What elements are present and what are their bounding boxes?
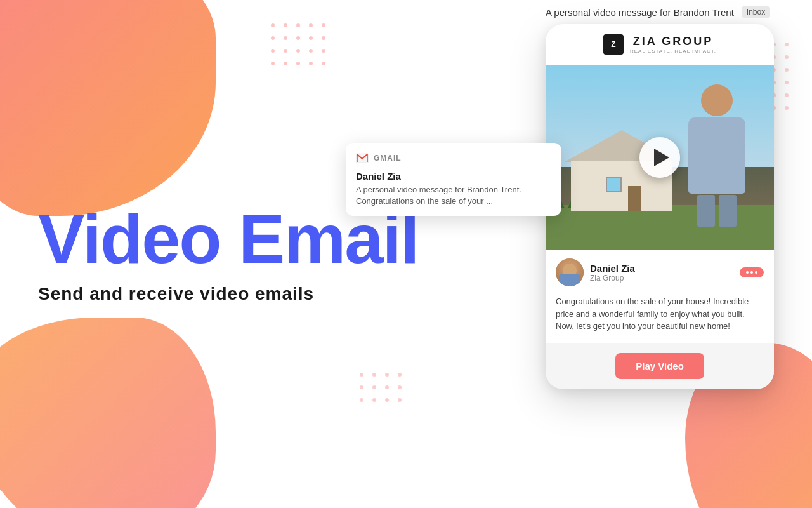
brand-header: Z ZIA GROUP REAL ESTATE. REAL IMPACT. [546,24,774,65]
svg-point-17 [296,62,300,65]
svg-point-49 [785,106,789,110]
svg-point-30 [385,398,389,402]
house-window [606,177,622,192]
person-leg-left [697,195,715,227]
svg-point-23 [398,373,402,377]
play-video-button[interactable]: Play Video [615,353,704,379]
svg-point-19 [322,62,325,65]
avatar-body [559,274,580,286]
svg-point-4 [322,23,325,27]
svg-point-0 [271,23,275,27]
dot-1 [746,271,749,274]
inbox-badge: Inbox [742,6,770,18]
svg-point-37 [785,55,789,59]
gmail-icon [356,152,369,164]
svg-point-3 [309,23,313,27]
svg-point-13 [309,49,313,53]
svg-point-26 [385,385,389,389]
person-head [701,84,733,116]
phone-mockup: Z ZIA GROUP REAL ESTATE. REAL IMPACT. [546,24,774,389]
brand-text: ZIA GROUP REAL ESTATE. REAL IMPACT. [630,35,716,54]
email-subject-row: A personal video message for Brandon Tre… [539,6,780,18]
gmail-header: GMAIL [356,152,551,164]
message-body: Congratulations on the sale of your hous… [546,293,774,343]
svg-point-43 [785,81,789,84]
profile-left: Daniel Zia Zia Group [556,258,635,286]
gmail-sender: Daniel Zia [356,171,551,182]
dots-pattern-top: // We'll use a static pattern [266,19,343,70]
blob-top-left [0,0,216,216]
svg-point-2 [296,23,300,27]
person-leg-right [719,195,737,227]
profile-name: Daniel Zia [590,263,635,274]
gmail-notification-card: GMAIL Daniel Zia A personal video messag… [346,143,561,216]
svg-point-21 [372,373,376,377]
avatar [556,258,584,286]
profile-info: Daniel Zia Zia Group [590,263,635,283]
svg-point-12 [296,49,300,53]
svg-point-27 [398,385,402,389]
svg-point-1 [284,23,287,27]
brand-name: ZIA GROUP [630,35,716,48]
svg-point-11 [284,49,287,53]
house-door [628,186,641,211]
svg-point-25 [372,385,376,389]
video-thumbnail[interactable] [546,65,774,250]
svg-point-5 [271,36,275,40]
svg-point-14 [322,49,325,53]
hero-section: Video Email Send and receive video email… [38,204,419,304]
dots-pattern-bottom [355,368,419,406]
svg-point-34 [785,43,789,46]
svg-point-9 [322,36,325,40]
right-panel: A personal video message for Brandon Tre… [539,6,780,389]
svg-point-31 [398,398,402,402]
dot-3 [755,271,757,274]
svg-point-24 [360,385,363,389]
svg-point-40 [785,68,789,72]
svg-point-8 [309,36,313,40]
avatar-inner [556,258,584,286]
dots-menu-button[interactable] [740,267,764,277]
svg-point-15 [271,62,275,65]
svg-point-7 [296,36,300,40]
svg-point-16 [284,62,287,65]
svg-point-29 [372,398,376,402]
svg-point-10 [271,49,275,53]
play-button[interactable] [639,137,680,178]
email-subject-text: A personal video message for Brandon Tre… [546,7,734,18]
svg-point-18 [309,62,313,65]
person-body [688,117,745,194]
blob-bottom-left [0,318,216,508]
svg-point-46 [785,93,789,97]
play-icon [654,149,669,166]
person-legs [685,195,749,227]
dot-2 [750,271,753,274]
person-figure [685,84,749,224]
gmail-preview: A personal video message for Brandon Tre… [356,184,551,207]
hero-subtitle: Send and receive video emails [38,284,419,304]
brand-icon: Z [603,34,624,55]
svg-point-20 [360,373,363,377]
svg-point-22 [385,373,389,377]
svg-point-6 [284,36,287,40]
gmail-platform-label: GMAIL [374,154,402,163]
phone-footer: Play Video [546,343,774,389]
svg-point-28 [360,398,363,402]
profile-section: Daniel Zia Zia Group [546,250,774,293]
brand-tagline: REAL ESTATE. REAL IMPACT. [630,48,716,54]
message-text: Congratulations on the sale of your hous… [556,295,764,333]
profile-company: Zia Group [590,274,635,283]
